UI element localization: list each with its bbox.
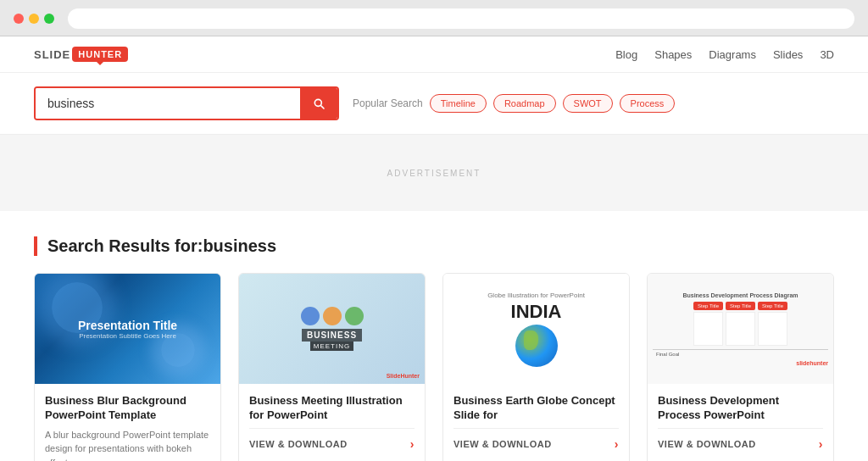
logo-hunter: HUNTER bbox=[72, 47, 128, 62]
nav-slides[interactable]: Slides bbox=[773, 48, 803, 61]
results-prefix: Search Results for: bbox=[47, 236, 203, 256]
process-steps: Step Title Step Title Step Title bbox=[693, 302, 787, 346]
meeting-visual: BUSINESS MEETING bbox=[239, 307, 425, 351]
results-query: business bbox=[203, 236, 276, 256]
search-box bbox=[34, 86, 339, 120]
thumb-1-visual: Presentation Title Presentation Subtitle… bbox=[35, 274, 220, 384]
card-4-body: Business Development Process PowerPoint … bbox=[648, 384, 833, 461]
globe-label: Globe Illustration for PowerPoint bbox=[487, 292, 585, 299]
search-input[interactable] bbox=[36, 88, 300, 119]
logo[interactable]: SLIDE HUNTER bbox=[34, 47, 128, 62]
person-2 bbox=[323, 307, 342, 325]
business-label: BUSINESS bbox=[302, 329, 362, 342]
step-2-content bbox=[726, 312, 755, 346]
card-1-desc: A blur background PowerPoint template de… bbox=[45, 428, 210, 461]
card-1[interactable]: Presentation Title Presentation Subtitle… bbox=[34, 273, 221, 461]
person-3 bbox=[345, 307, 364, 325]
header: SLIDE HUNTER Blog Shapes Diagrams Slides… bbox=[0, 36, 868, 73]
card-1-body: Business Blur Background PowerPoint Temp… bbox=[35, 384, 220, 461]
step-1-label: Step Title bbox=[693, 302, 723, 310]
nav-3d[interactable]: 3D bbox=[820, 48, 834, 61]
popular-label: Popular Search bbox=[353, 97, 423, 109]
card-4-link[interactable]: VIEW & DOWNLOAD › bbox=[658, 428, 823, 451]
tag-timeline[interactable]: Timeline bbox=[430, 94, 487, 113]
tag-process[interactable]: Process bbox=[620, 94, 676, 113]
slidehunter-watermark: SlideHunter bbox=[387, 373, 420, 379]
search-icon bbox=[312, 97, 326, 110]
dot-close[interactable] bbox=[14, 14, 24, 24]
card-3[interactable]: Globe Illustration for PowerPoint INDIA … bbox=[442, 273, 630, 461]
card-3-link-label: VIEW & DOWNLOAD bbox=[453, 439, 552, 449]
process-step-2: Step Title bbox=[726, 302, 755, 346]
thumb-1-text: Presentation Title Presentation Subtitle… bbox=[78, 319, 177, 340]
search-section: Popular Search Timeline Roadmap SWOT Pro… bbox=[0, 73, 868, 135]
card-2-body: Business Meeting Illustration for PowerP… bbox=[239, 384, 425, 461]
results-title: Search Results for: business bbox=[34, 236, 834, 256]
page: SLIDE HUNTER Blog Shapes Diagrams Slides… bbox=[0, 36, 868, 461]
card-2-link[interactable]: VIEW & DOWNLOAD › bbox=[249, 428, 415, 451]
dot-maximize[interactable] bbox=[44, 14, 54, 24]
card-2-arrow-icon: › bbox=[410, 437, 415, 451]
ad-banner: ADVERTISEMENT bbox=[0, 135, 868, 211]
process-step-3: Step Title bbox=[758, 302, 787, 346]
card-2-title: Business Meeting Illustration for PowerP… bbox=[249, 394, 415, 423]
main-content: Search Results for: business Presentatio… bbox=[0, 211, 868, 461]
card-4-link-label: VIEW & DOWNLOAD bbox=[658, 439, 756, 449]
logo-slide: SLIDE bbox=[34, 48, 70, 61]
browser-controls bbox=[14, 8, 854, 29]
card-4-title: Business Development Process PowerPoint bbox=[658, 394, 823, 423]
process-step-1: Step Title bbox=[693, 302, 723, 346]
ad-label: ADVERTISEMENT bbox=[387, 169, 481, 178]
nav-shapes[interactable]: Shapes bbox=[654, 48, 692, 61]
card-2-link-label: VIEW & DOWNLOAD bbox=[249, 439, 348, 449]
cards-grid: Presentation Title Presentation Subtitle… bbox=[34, 273, 834, 461]
card-3-thumbnail: Globe Illustration for PowerPoint INDIA bbox=[443, 274, 629, 384]
india-text: INDIA bbox=[511, 301, 562, 323]
process-goal: Final Goal bbox=[653, 349, 828, 357]
person-1 bbox=[301, 307, 320, 325]
card-3-title: Business Earth Globe Concept Slide for bbox=[453, 394, 619, 423]
card-3-arrow-icon: › bbox=[615, 437, 619, 451]
card-2[interactable]: BUSINESS MEETING SlideHunter Business Me… bbox=[238, 273, 426, 461]
thumb-1-title: Presentation Title bbox=[78, 319, 177, 332]
search-button[interactable] bbox=[300, 88, 337, 119]
card-2-thumbnail: BUSINESS MEETING SlideHunter bbox=[239, 274, 425, 384]
address-bar[interactable] bbox=[68, 8, 854, 29]
step-1-content bbox=[693, 312, 723, 346]
tag-roadmap[interactable]: Roadmap bbox=[493, 94, 556, 113]
popular-search: Popular Search Timeline Roadmap SWOT Pro… bbox=[353, 94, 675, 113]
dot-minimize[interactable] bbox=[29, 14, 39, 24]
thumb-3-visual: Globe Illustration for PowerPoint INDIA bbox=[443, 274, 629, 384]
thumb-2-visual: BUSINESS MEETING SlideHunter bbox=[239, 274, 425, 384]
meeting-people bbox=[301, 307, 364, 325]
tag-swot[interactable]: SWOT bbox=[563, 94, 613, 113]
globe-circle bbox=[515, 325, 558, 367]
browser-chrome bbox=[0, 0, 868, 36]
process-logo: slidehunter bbox=[796, 360, 828, 366]
thumb-4-visual: Business Development Process Diagram Ste… bbox=[648, 274, 833, 384]
nav-blog[interactable]: Blog bbox=[615, 48, 637, 61]
card-3-body: Business Earth Globe Concept Slide for V… bbox=[443, 384, 629, 461]
step-3-label: Step Title bbox=[758, 302, 787, 310]
card-4[interactable]: Business Development Process Diagram Ste… bbox=[647, 273, 834, 461]
nav-diagrams[interactable]: Diagrams bbox=[709, 48, 756, 61]
card-1-thumbnail: Presentation Title Presentation Subtitle… bbox=[35, 274, 220, 384]
card-4-arrow-icon: › bbox=[819, 437, 823, 451]
card-4-thumbnail: Business Development Process Diagram Ste… bbox=[648, 274, 833, 384]
nav-links: Blog Shapes Diagrams Slides 3D bbox=[615, 48, 834, 61]
step-2-label: Step Title bbox=[726, 302, 755, 310]
process-diagram-title: Business Development Process Diagram bbox=[682, 292, 798, 298]
card-1-title: Business Blur Background PowerPoint Temp… bbox=[45, 394, 210, 423]
step-3-content bbox=[758, 312, 787, 346]
thumb-1-subtitle: Presentation Subtitle Goes Here bbox=[78, 332, 177, 340]
card-3-link[interactable]: VIEW & DOWNLOAD › bbox=[453, 428, 619, 451]
meeting-label: MEETING bbox=[310, 342, 353, 351]
